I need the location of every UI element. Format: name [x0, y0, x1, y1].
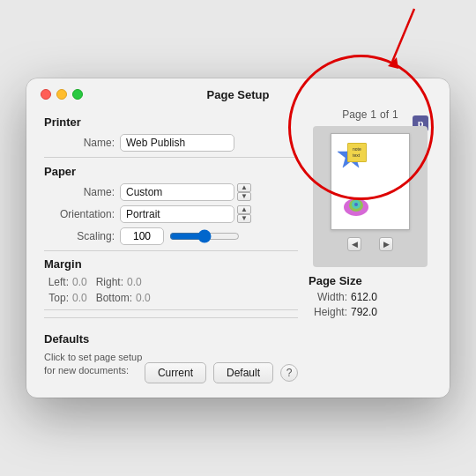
svg-point-6	[354, 203, 358, 206]
orientation-select[interactable]: Portrait	[120, 205, 234, 223]
page-size-height-value: 792.0	[351, 306, 377, 318]
defaults-section-title: Defaults	[44, 332, 298, 346]
margin-left-pair: Left: 0.0	[44, 276, 87, 288]
printer-name-row: Name: Web Publish	[44, 134, 298, 152]
paper-name-select-wrapper: Custom	[120, 183, 234, 201]
page-size-title: Page Size	[309, 274, 432, 287]
minimize-button[interactable]	[56, 89, 67, 100]
margin-left-label: Left:	[44, 276, 69, 288]
margin-bottom-label: Bottom:	[96, 292, 132, 304]
paper-name-stepper-up[interactable]: ▲	[237, 183, 251, 192]
current-button[interactable]: Current	[145, 362, 206, 383]
page-size-width-value: 612.0	[351, 291, 377, 303]
page-navigation: Page 1 of 1 p	[309, 108, 432, 121]
scaling-row: Scaling:	[44, 227, 298, 245]
orientation-stepper-up[interactable]: ▲	[237, 205, 251, 214]
paper-name-stepper: ▲ ▼	[237, 183, 251, 201]
divider-2	[44, 250, 298, 251]
orientation-label: Orientation:	[44, 208, 115, 220]
page-prev-button[interactable]: ◀	[347, 237, 361, 251]
orientation-select-wrapper: Portrait	[120, 205, 234, 223]
svg-marker-1	[388, 57, 398, 69]
orientation-stepper-down[interactable]: ▼	[237, 214, 251, 223]
page-size-width-row: Width: 612.0	[309, 291, 432, 303]
total-pages: 1	[392, 108, 398, 121]
defaults-section: Defaults Click to set page setupfor new …	[44, 317, 298, 383]
svg-line-0	[392, 9, 414, 62]
page-size-section: Page Size Width: 612.0 Height: 792.0	[309, 274, 432, 321]
help-button[interactable]: ?	[280, 364, 298, 382]
margin-section: Left: 0.0 Right: 0.0 Top: 0.0	[44, 276, 298, 304]
preview-note: notetext	[347, 143, 367, 162]
page-number: 1	[370, 108, 376, 121]
margin-left-value: 0.0	[72, 276, 87, 288]
page-preview-container: notetext ◀ ▶	[313, 126, 428, 267]
printer-name-select-wrapper: Web Publish	[120, 134, 234, 152]
default-button[interactable]: Default	[213, 362, 273, 383]
defaults-buttons: Current Default ?	[145, 362, 298, 383]
margin-section-title: Margin	[44, 257, 298, 271]
divider-3	[44, 309, 298, 310]
paper-name-stepper-down[interactable]: ▼	[237, 192, 251, 201]
margin-top-value: 0.0	[72, 292, 87, 304]
paper-section-title: Paper	[44, 165, 298, 178]
page-arrows: ◀ ▶	[347, 237, 393, 251]
margin-left-right-row: Left: 0.0 Right: 0.0	[44, 276, 298, 288]
orientation-stepper: ▲ ▼	[237, 205, 251, 223]
divider-1	[44, 157, 298, 158]
printer-section-title: Printer	[44, 115, 298, 129]
preview-spiral-icon	[338, 185, 374, 220]
scaling-slider[interactable]	[169, 229, 240, 243]
page-label: Page	[342, 108, 367, 121]
page-size-height-row: Height: 792.0	[309, 306, 432, 318]
of-label: of	[380, 108, 389, 121]
scaling-label: Scaling:	[44, 230, 115, 242]
margin-right-label: Right:	[96, 276, 123, 288]
page-size-height-label: Height:	[309, 306, 347, 318]
paper-name-row: Name: Custom ▲ ▼	[44, 183, 298, 201]
close-button[interactable]	[41, 89, 51, 100]
margin-top-pair: Top: 0.0	[44, 292, 87, 304]
margin-right-pair: Right: 0.0	[96, 276, 142, 288]
page-size-width-label: Width:	[309, 291, 347, 303]
titlebar: Page Setup	[26, 78, 450, 108]
right-panel: Page 1 of 1 p no	[309, 108, 432, 383]
printer-name-select[interactable]: Web Publish	[120, 134, 234, 152]
window-title: Page Setup	[207, 88, 270, 101]
paper-name-label: Name:	[44, 186, 115, 198]
scaling-input[interactable]	[120, 227, 164, 245]
left-panel: Printer Name: Web Publish Paper Name:	[44, 108, 298, 383]
margin-top-label: Top:	[44, 292, 69, 304]
printer-name-label: Name:	[44, 137, 115, 149]
orientation-row: Orientation: Portrait ▲ ▼	[44, 205, 298, 223]
maximize-button[interactable]	[72, 89, 83, 100]
paper-name-select[interactable]: Custom	[120, 183, 234, 201]
margin-bottom-value: 0.0	[136, 292, 151, 304]
defaults-description: Click to set page setupfor new documents…	[44, 351, 142, 378]
traffic-lights	[41, 89, 83, 100]
margin-top-bottom-row: Top: 0.0 Bottom: 0.0	[44, 292, 298, 304]
margin-bottom-pair: Bottom: 0.0	[96, 292, 151, 304]
page-setup-window: Page Setup Printer Name: Web Publish	[26, 78, 450, 397]
margin-right-value: 0.0	[127, 276, 142, 288]
page-thumbnail: notetext	[331, 133, 410, 230]
page-next-button[interactable]: ▶	[379, 237, 393, 251]
